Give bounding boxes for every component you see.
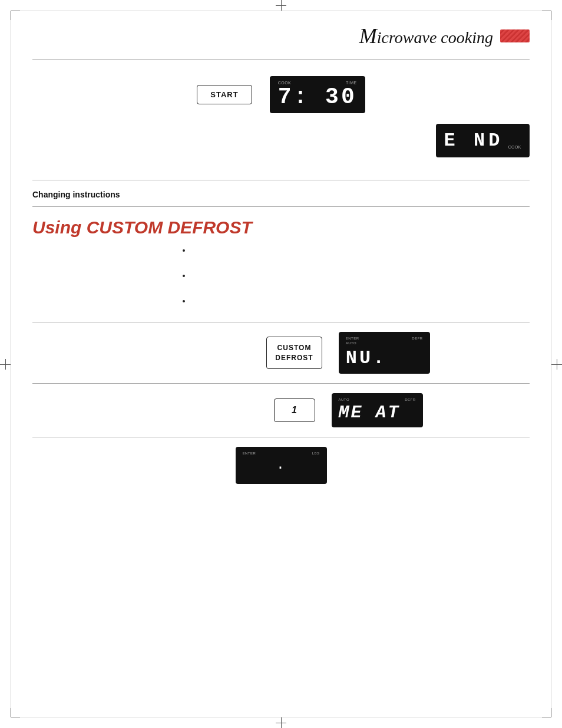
nu-labels: ENTER DEFR <box>346 337 423 340</box>
section-start: START COOK TIME 7: 30 <box>32 60 530 124</box>
lbs-label-lbs: LBS <box>312 452 320 455</box>
nu-label-enter: ENTER <box>346 337 359 340</box>
title-rest: icrowave cooking <box>377 28 493 47</box>
lbs-label-enter: ENTER <box>243 452 256 455</box>
button-one[interactable]: 1 <box>274 398 315 422</box>
nu-digits: NU. <box>346 347 423 369</box>
bullet-item-2 <box>191 271 530 280</box>
display-end: E ND COOK <box>436 124 530 157</box>
section-end-row: E ND COOK <box>32 124 530 180</box>
lbs-dot: · <box>243 456 320 479</box>
start-button[interactable]: START <box>197 85 252 104</box>
bullet-item-1 <box>191 246 530 255</box>
display-meat: AUTO DEFR ME AT <box>332 393 423 427</box>
custom-defrost-header: Using CUSTOM DEFROST <box>32 207 530 246</box>
bullet-item-3 <box>191 297 530 305</box>
meat-digits: ME AT <box>339 403 416 423</box>
page-title: Microwave cooking <box>359 24 493 48</box>
step3-inner: ENTER LBS · <box>32 447 530 484</box>
nu-label-auto: AUTO <box>346 341 357 345</box>
step-row-3: ENTER LBS · <box>32 437 530 493</box>
step-row-1: CUSTOM DEFROST ENTER DEFR AUTO NU. <box>32 322 530 383</box>
display-nu: ENTER DEFR AUTO NU. <box>339 332 430 374</box>
nu-labels-2: AUTO <box>346 341 423 345</box>
display-digits-730: 7: 30 <box>278 86 357 108</box>
meat-labels: AUTO DEFR <box>339 398 416 401</box>
custom-defrost-label-line2: DEFROST <box>275 353 313 363</box>
page-header: Microwave cooking <box>32 18 530 48</box>
feature-bullet-list <box>191 246 530 305</box>
main-content: Microwave cooking START COOK TIME 7: 30 … <box>0 0 562 728</box>
lbs-labels: ENTER LBS <box>243 452 320 455</box>
custom-defrost-button[interactable]: CUSTOM DEFROST <box>266 337 322 370</box>
title-cap: M <box>359 24 377 48</box>
display-cook-time: COOK TIME 7: 30 <box>270 76 365 113</box>
custom-defrost-title: Using CUSTOM DEFROST <box>32 218 530 238</box>
end-text: E ND <box>444 130 504 151</box>
meat-label-auto: AUTO <box>339 398 350 401</box>
custom-defrost-label-line1: CUSTOM <box>275 343 313 353</box>
changing-instructions-heading: Changing instructions <box>32 180 530 206</box>
brand-logo <box>500 29 530 42</box>
step-row-2: 1 AUTO DEFR ME AT <box>32 383 530 437</box>
display-lbs: ENTER LBS · <box>236 447 327 484</box>
meat-label-defr: DEFR <box>405 398 415 401</box>
nu-label-defr: DEFR <box>412 337 422 340</box>
end-label: COOK <box>508 145 521 149</box>
steps-container: CUSTOM DEFROST ENTER DEFR AUTO NU. 1 <box>32 322 530 493</box>
